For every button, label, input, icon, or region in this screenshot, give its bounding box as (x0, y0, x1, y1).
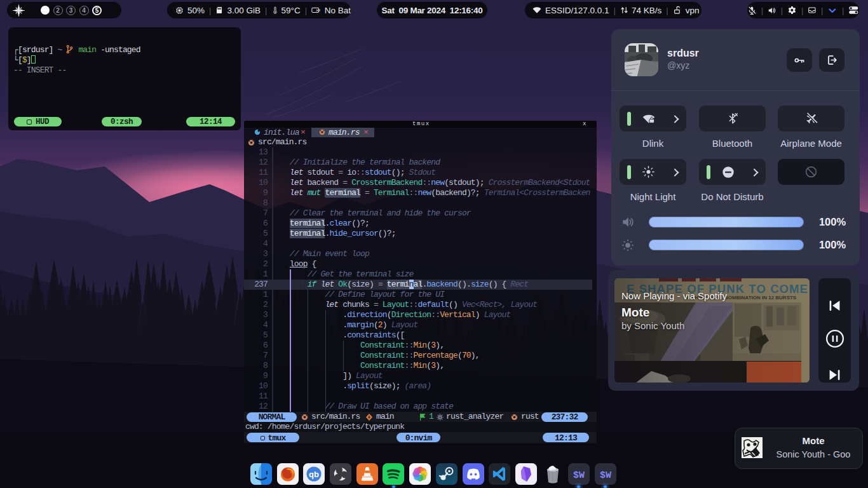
svg-text:$W: $W (600, 470, 611, 481)
svg-text:qb: qb (309, 470, 319, 479)
svg-text:$W: $W (573, 470, 585, 481)
